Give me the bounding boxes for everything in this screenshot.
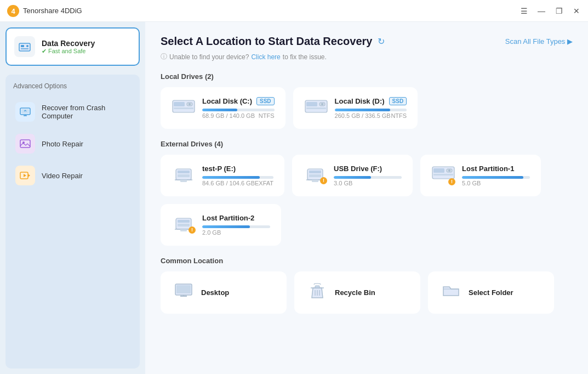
refresh-icon[interactable]: ↻ [378,36,385,47]
svg-rect-16 [174,102,185,106]
drive-size: 260.5 GB / 336.5 GB [335,112,391,119]
svg-rect-41 [178,220,190,223]
page-title: Select A Location to Start Data Recovery [161,35,372,48]
external-drives-grid: test-P (E:) 84.6 GB / 104.6 GB EXFAT [161,155,573,246]
drive-name-row: test-P (E:) [202,165,273,173]
folder-icon [441,284,461,302]
sidebar-item-video[interactable]: Video Repair [11,160,134,191]
svg-point-39 [448,169,450,172]
local-drives-grid: Local Disk (C:) SSD 68.9 GB / 140.0 GB N… [161,87,573,129]
drive-icon [172,166,196,185]
common-location-title: Common Location [161,257,573,265]
external-drive-card-1[interactable]: ! USB Drive (F:) 3.0 GB [292,155,413,196]
drive-card-header: ! USB Drive (F:) 3.0 GB [303,165,402,186]
drive-bar-fill [202,176,260,179]
svg-rect-36 [433,168,444,173]
drive-meta: 68.9 GB / 140.0 GB NTFS [202,112,275,119]
minimize-button[interactable]: — [536,6,546,16]
advanced-options-title: Advanced Options [11,82,134,90]
drive-meta: 5.0 GB [462,180,530,186]
drive-name-row: Lost Partition-1 [462,165,530,173]
drive-size: 5.0 GB [462,180,481,186]
svg-point-4 [26,45,28,47]
maximize-button[interactable]: ❐ [554,6,564,16]
svg-rect-31 [309,171,321,173]
drive-meta: 3.0 GB [334,180,402,186]
drive-card-header: Local Disk (C:) SSD 68.9 GB / 140.0 GB N… [172,97,275,119]
svg-rect-26 [178,171,190,173]
sidebar-item-photo[interactable]: Photo Repair [11,128,134,159]
hdd-icon [172,98,196,118]
drive-name-row: Local Disk (C:) SSD [202,97,275,105]
drive-badge: SSD [256,97,275,105]
drive-name-row: USB Drive (F:) [334,165,402,173]
drive-size: 2.0 GB [202,229,221,236]
sidebar-item-crash[interactable]: Recover from Crash Computer [11,97,134,127]
photo-icon [15,134,35,154]
page-header: Select A Location to Start Data Recovery… [161,35,573,48]
common-card-desktop[interactable]: Desktop [161,271,287,314]
svg-rect-50 [315,286,319,288]
common-card-folder[interactable]: Select Folder [428,271,554,314]
drive-meta: 84.6 GB / 104.6 GB EXFAT [202,180,273,186]
hint-link[interactable]: Click here [251,53,280,61]
common-card-recycle[interactable]: Recycle Bin [294,271,420,314]
drive-info: Local Disk (C:) SSD 68.9 GB / 140.0 GB N… [202,97,275,119]
drive-bar [202,109,275,111]
svg-text:4: 4 [11,7,15,15]
svg-marker-14 [24,174,26,177]
drive-badge: SSD [389,97,407,105]
drive-size: 68.9 GB / 140.0 GB [202,112,255,119]
close-button[interactable]: ✕ [572,6,581,16]
drive-name: Lost Partition-2 [202,214,254,222]
data-recovery-icon [14,36,35,57]
svg-rect-3 [21,45,24,47]
drive-info: Local Disk (D:) SSD 260.5 GB / 336.5 GB … [335,97,407,119]
drive-icon: ! [303,166,327,185]
drive-bar [462,176,530,179]
svg-rect-22 [306,107,326,109]
desktop-label: Desktop [201,288,229,297]
drive-card-header: ! Lost Partition-1 5.0 GB [431,165,530,186]
desktop-icon [174,283,193,302]
drive-card-header: test-P (E:) 84.6 GB / 104.6 GB EXFAT [172,165,273,186]
sidebar: Data Recovery ✔ Fast and Safe Advanced O… [0,22,145,374]
drive-name: test-P (E:) [202,165,236,173]
local-drive-card-0[interactable]: Local Disk (C:) SSD 68.9 GB / 140.0 GB N… [161,87,286,129]
drive-size: 3.0 GB [334,180,352,186]
sidebar-data-recovery-label: Data Recovery [42,39,95,48]
drive-bar-fill [334,176,371,179]
svg-marker-13 [28,174,30,177]
svg-rect-34 [312,180,318,182]
local-drive-card-1[interactable]: Local Disk (D:) SSD 260.5 GB / 336.5 GB … [293,87,418,129]
svg-point-19 [189,103,191,105]
scan-all-button[interactable]: Scan All File Types ▶ [505,37,573,46]
sidebar-data-recovery[interactable]: Data Recovery ✔ Fast and Safe [5,27,140,66]
external-drive-card-2[interactable]: ! Lost Partition-1 5.0 GB [420,155,541,196]
folder-label: Select Folder [469,288,513,297]
svg-rect-44 [180,229,187,231]
crash-icon [15,102,35,122]
drive-bar-fill [335,109,390,111]
svg-rect-42 [178,224,190,226]
main-content: Select A Location to Start Data Recovery… [145,22,588,374]
drive-meta: 2.0 GB [202,229,270,236]
external-drive-card-0[interactable]: test-P (E:) 84.6 GB / 104.6 GB EXFAT [161,155,284,196]
video-icon [15,166,35,185]
drive-card-header: Local Disk (D:) SSD 260.5 GB / 336.5 GB … [304,97,407,119]
drive-name: Lost Partition-1 [462,165,514,173]
drive-fs: EXFAT [255,180,273,186]
app-logo-icon: 4 [7,4,20,18]
app-logo: 4 Tenorshare 4DDiG [7,4,519,18]
recycle-label: Recycle Bin [335,288,375,297]
external-drive-card-3[interactable]: ! Lost Partition-2 2.0 GB [161,204,281,246]
external-drives-title: External Drives (4) [161,140,573,148]
drive-info: USB Drive (F:) 3.0 GB [334,165,402,186]
svg-rect-46 [176,285,191,293]
menu-button[interactable]: ☰ [519,6,529,16]
video-label: Video Repair [42,172,83,180]
drive-fs: NTFS [391,112,407,119]
drive-bar-fill [462,176,523,179]
svg-rect-10 [20,140,30,148]
sidebar-data-recovery-text: Data Recovery ✔ Fast and Safe [42,39,95,55]
